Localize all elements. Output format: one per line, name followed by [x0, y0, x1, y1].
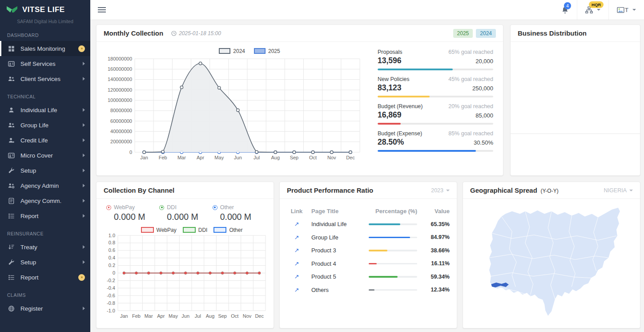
chevron-right-icon	[83, 154, 85, 157]
percentage-bar-fill	[369, 276, 398, 278]
chevron-right-icon	[83, 138, 85, 142]
percentage-bar-track	[369, 289, 417, 291]
channel-stat-ddi: DDI0.000 M	[159, 204, 212, 222]
goal-target: 30.50%	[474, 139, 493, 146]
svg-text:0.2: 0.2	[109, 263, 115, 268]
year-selector[interactable]: 2023	[431, 187, 450, 194]
sidebar-item-individual-life[interactable]: Individual Life	[0, 102, 90, 117]
legend-item-ddi[interactable]: DDI	[183, 227, 208, 233]
table-row-product-4: ↗Product 416.11%	[287, 257, 450, 271]
svg-text:Mar: Mar	[145, 313, 153, 319]
external-link-icon[interactable]: ↗	[287, 260, 306, 267]
goal-progress-fill	[378, 123, 401, 125]
caret-down-icon	[597, 9, 600, 11]
goal-label: Proposals	[378, 49, 402, 55]
product-value: 12.34%	[422, 287, 450, 293]
item-notification-badge	[78, 45, 85, 52]
id-card-icon	[8, 61, 15, 67]
brand[interactable]: VITSE LIFE	[0, 0, 90, 15]
org-selector-button[interactable]: HQR	[577, 0, 608, 20]
product-value: 65.35%	[422, 221, 450, 227]
external-link-icon[interactable]: ↗	[287, 247, 306, 254]
sidebar-item-self-services[interactable]: Self Services	[0, 56, 90, 71]
year-badge-2025[interactable]: 2025	[453, 29, 473, 38]
sidebar-item-label: Individual Life	[20, 107, 57, 113]
user-menu-button[interactable]: T	[608, 0, 644, 20]
goal-status: 65% goal reached	[448, 49, 493, 55]
product-performance-table: Link Page Title Percentage (%) Value ↗In…	[280, 199, 457, 296]
legend-label: Other	[229, 227, 242, 233]
monthly-collection-chart: 0200000004000000060000000800000001000000…	[101, 55, 371, 166]
percentage-bar-track	[369, 223, 417, 225]
legend-item-2025[interactable]: 2025	[254, 48, 280, 54]
sidebar-item-report[interactable]: Report	[0, 208, 90, 223]
sidebar-item-label: Group Life	[20, 122, 48, 129]
svg-text:60000000: 60000000	[110, 118, 132, 124]
sidebar-item-agency-admin[interactable]: Agency Admin	[0, 178, 90, 193]
grid-icon	[8, 45, 15, 52]
legend-item-webpay[interactable]: WebPay	[141, 227, 177, 233]
sidebar-item-register[interactable]: Register	[0, 301, 90, 316]
column-header-percentage: Percentage (%)	[369, 208, 417, 215]
svg-text:0.8: 0.8	[109, 240, 115, 245]
goal-new-policies: New Policies45% goal reached83,123250,00…	[378, 76, 493, 97]
sidebar: VITSE LIFE SAFAM Digital Hub Limited DAS…	[0, 0, 90, 332]
svg-text:0.4: 0.4	[109, 255, 115, 260]
external-link-icon[interactable]: ↗	[287, 287, 306, 293]
goal-header: New Policies45% goal reached	[378, 76, 493, 82]
sidebar-item-label: Agency Admin	[20, 182, 59, 189]
svg-text:Oct: Oct	[231, 313, 238, 319]
channel-stat-value: 0.000 M	[106, 211, 159, 222]
notifications-button[interactable]: 4	[553, 0, 577, 20]
brand-name: VITSE LIFE	[22, 5, 65, 14]
product-title: Product 5	[311, 273, 364, 280]
chevron-right-icon	[83, 169, 85, 172]
channel-stat-webpay: WebPay0.000 M	[106, 204, 159, 222]
sidebar-item-label: Credit Life	[20, 137, 48, 144]
goals-panel: Proposals65% goal reached13,59620,000New…	[371, 45, 500, 175]
sidebar-item-setup[interactable]: Setup	[0, 255, 90, 270]
external-link-icon[interactable]: ↗	[287, 234, 306, 241]
clock-icon	[171, 31, 177, 36]
sidebar-item-setup[interactable]: Setup	[0, 163, 90, 178]
nigeria-map[interactable]	[463, 201, 640, 328]
region-selector[interactable]: NIGERIA	[604, 187, 633, 194]
sidebar-section-label: REINSURANCE	[0, 223, 90, 239]
sidebar-item-label: Report	[20, 274, 39, 281]
sidebar-section-label: TECHNICAL	[0, 86, 90, 102]
legend-item-2024[interactable]: 2024	[219, 48, 245, 54]
sidebar-section-label: CLAIMS	[0, 285, 90, 301]
sidebar-item-sales-monitoring[interactable]: Sales Monitoring	[0, 41, 90, 56]
external-link-icon[interactable]: ↗	[287, 221, 306, 227]
svg-text:Nov: Nov	[243, 313, 252, 319]
external-link-icon[interactable]: ↗	[287, 273, 306, 280]
menu-toggle-button[interactable]	[98, 6, 106, 14]
goal-target: 250,000	[472, 85, 493, 92]
sidebar-item-label: Sales Monitoring	[20, 45, 65, 52]
svg-text:Apr: Apr	[197, 155, 204, 160]
region-selector-value: NIGERIA	[604, 187, 627, 194]
wrench-icon	[8, 259, 15, 266]
circled-dot-icon	[213, 205, 217, 210]
legend-swatch	[141, 227, 154, 233]
percentage-bar-track	[369, 263, 417, 265]
legend-item-other[interactable]: Other	[213, 227, 242, 233]
svg-text:Jul: Jul	[254, 155, 260, 160]
goal-progress-track	[378, 123, 493, 125]
sidebar-item-agency-comm[interactable]: Agency Comm.	[0, 193, 90, 208]
sidebar-item-treaty[interactable]: Treaty	[0, 239, 90, 255]
svg-text:20000000: 20000000	[110, 139, 132, 144]
svg-text:Sep: Sep	[218, 313, 227, 319]
card-title: Collection By Channel	[104, 186, 174, 194]
table-row-individual-life: ↗Individual Life65.35%	[287, 218, 450, 231]
legend-label: 2024	[233, 48, 245, 54]
sidebar-item-credit-life[interactable]: Credit Life	[0, 133, 90, 148]
sidebar-item-group-life[interactable]: Group Life	[0, 117, 90, 133]
sidebar-item-client-services[interactable]: Client Services	[0, 71, 90, 86]
sidebar-item-report[interactable]: Report	[0, 270, 90, 285]
goal-progress-fill	[378, 69, 453, 70]
sidebar-item-micro-cover[interactable]: Micro Cover	[0, 148, 90, 163]
legend-swatch	[254, 48, 266, 54]
year-badge-2024[interactable]: 2024	[476, 29, 496, 38]
channel-stat-name: WebPay	[114, 204, 135, 211]
